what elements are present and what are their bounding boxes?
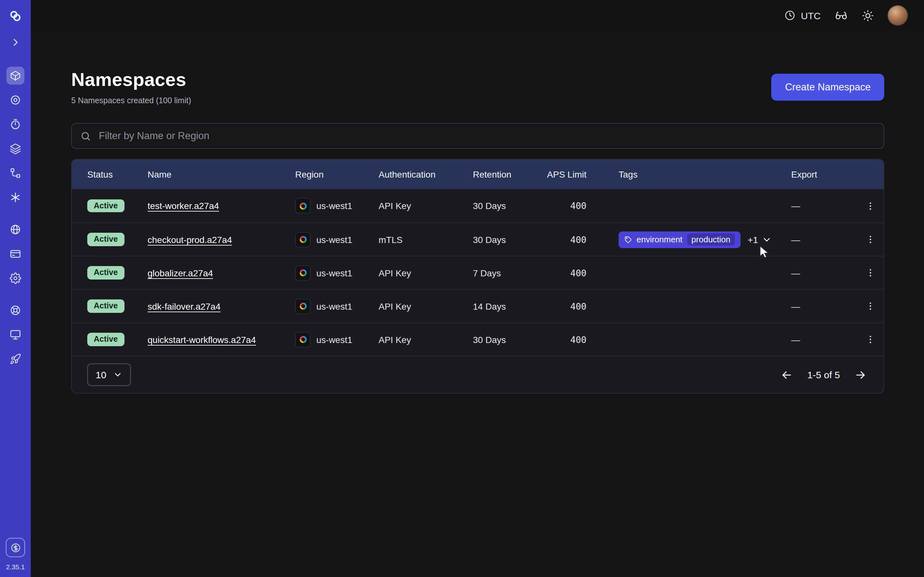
aps-limit-value: 400 [547,334,619,345]
globe-icon [10,224,21,235]
sidebar-item-schedules[interactable] [6,115,24,133]
kebab-menu-icon [865,301,876,311]
export-value: — [791,301,855,311]
credit-card-icon [10,248,21,259]
tags-cell: environment production +1 [619,231,791,248]
retention-value: 7 Days [473,268,547,278]
namespace-link[interactable]: sdk-failover.a27a4 [148,301,220,311]
namespace-link[interactable]: checkout-prod.a27a4 [148,234,232,245]
table-row: Active test-worker.a27a4 us-west1 API Ke… [72,189,884,222]
timezone-button[interactable]: UTC [784,10,821,21]
sidebar-item-namespaces[interactable] [6,67,24,85]
sidebar-nav-group-2 [6,221,24,287]
sidebar-item-settings[interactable] [6,269,24,287]
aps-limit-value: 400 [547,301,619,311]
sidebar-item-workflows[interactable] [6,164,24,182]
sidebar-item-deployments[interactable] [6,140,24,158]
user-avatar[interactable] [888,6,907,25]
temporal-logo[interactable] [6,7,24,25]
aps-limit-value: 400 [547,234,619,245]
kebab-menu-icon [865,234,876,245]
row-menu-button[interactable] [862,231,878,247]
kebab-menu-icon [865,268,876,278]
prev-page-button[interactable] [780,368,793,381]
gear-icon [10,272,21,284]
tag-icon [624,235,632,243]
gcp-cloud-icon [295,265,310,280]
col-retention: Retention [473,169,547,179]
topbar: UTC [31,0,924,31]
asterisk-icon [10,192,21,203]
kebab-menu-icon [865,200,876,211]
auth-value: API Key [379,268,473,278]
search-icon [80,131,91,141]
sidebar-item-billing[interactable] [6,245,24,263]
sidebar-expand-button[interactable] [6,33,24,51]
pager: 1-5 of 5 [780,368,867,381]
table-body: Active test-worker.a27a4 us-west1 API Ke… [72,189,884,356]
sidebar-item-docs[interactable] [6,326,24,343]
sidebar-item-nexus[interactable] [6,189,24,206]
namespaces-table: Status Name Region Authentication Retent… [71,159,884,394]
app-version: 2.35.1 [6,563,25,571]
region-label: us-west1 [317,334,352,345]
sidebar-item-getting-started[interactable] [6,350,24,368]
page-subtitle: 5 Namespaces created (100 limit) [71,96,191,105]
page-title: Namespaces [71,69,191,90]
theme-toggle-button[interactable] [862,9,874,21]
row-menu-button[interactable] [862,265,878,281]
sidebar-item-regions[interactable] [6,221,24,239]
aps-limit-value: 400 [547,201,619,211]
table-footer: 10 1-5 of 5 [72,356,884,393]
lifebuoy-icon [10,305,21,316]
page-header: Namespaces 5 Namespaces created (100 lim… [71,69,884,105]
accessibility-button[interactable] [835,9,848,22]
search-input[interactable] [97,129,875,142]
chevron-down-icon [762,234,772,245]
status-badge: Active [87,199,124,213]
page-size-value: 10 [95,369,106,380]
sidebar-bottom: 2.35.1 [6,538,25,577]
tags-expand-button[interactable] [762,234,772,245]
sidebar-nav-group-3 [6,301,24,368]
timer-icon [10,119,21,130]
namespace-link[interactable]: quickstart-workflows.a27a4 [148,334,256,345]
col-authentication: Authentication [379,169,473,179]
workflow-icon [10,167,21,179]
auth-value: API Key [379,334,473,345]
next-page-button[interactable] [854,368,867,381]
arrow-left-icon [780,368,793,381]
tag-pill[interactable]: environment production [619,231,741,248]
rocket-icon [10,353,21,365]
gcp-cloud-icon [295,198,310,213]
export-value: — [791,334,855,345]
sidebar-item-monitoring[interactable] [6,91,24,109]
row-menu-button[interactable] [862,332,878,348]
namespace-link[interactable]: globalizer.a27a4 [148,268,213,278]
region-label: us-west1 [317,301,352,311]
row-menu-button[interactable] [862,198,878,214]
status-badge: Active [87,266,124,279]
page-range: 1-5 of 5 [807,369,840,380]
usage-button[interactable] [6,538,25,557]
create-namespace-button[interactable]: Create Namespace [772,74,884,101]
aps-limit-value: 400 [547,268,619,278]
export-value: — [791,268,855,278]
clock-icon [784,10,796,21]
auth-value: API Key [379,301,473,311]
search-bar [71,123,884,149]
col-status: Status [87,169,148,179]
region-label: us-west1 [317,201,352,211]
sidebar-item-support[interactable] [6,301,24,319]
layers-icon [10,143,21,155]
table-row: Active checkout-prod.a27a4 us-west1 mTLS… [72,222,884,256]
row-menu-button[interactable] [862,298,878,314]
export-value: — [791,201,855,211]
sun-icon [862,9,874,21]
page-size-select[interactable]: 10 [87,364,131,386]
retention-value: 14 Days [473,301,547,311]
status-badge: Active [87,300,124,313]
retention-value: 30 Days [473,334,547,345]
col-aps-limit: APS Limit [547,169,619,179]
namespace-link[interactable]: test-worker.a27a4 [148,201,219,211]
